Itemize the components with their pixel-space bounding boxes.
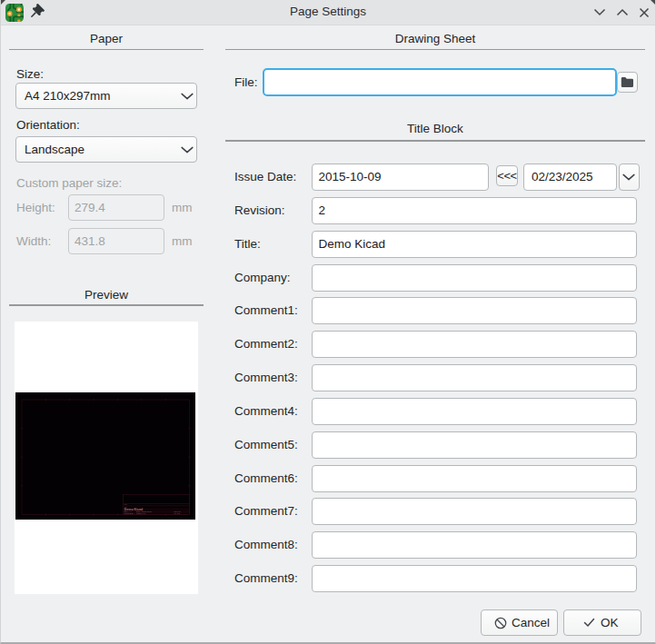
svg-text:KiCad E.D.A. kicad 9.0.0: KiCad E.D.A. kicad 9.0.0 [124,512,146,514]
svg-text:Id: 1/1: Id: 1/1 [174,512,181,514]
